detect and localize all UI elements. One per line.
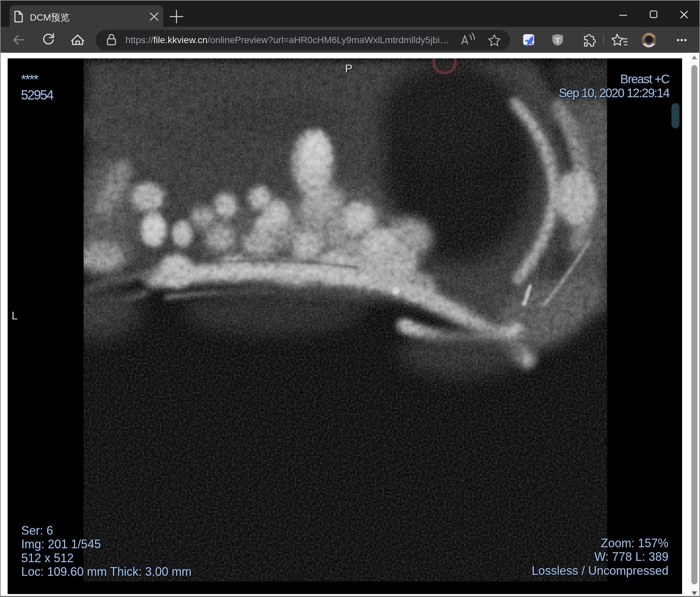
svg-text:T: T: [555, 36, 560, 45]
